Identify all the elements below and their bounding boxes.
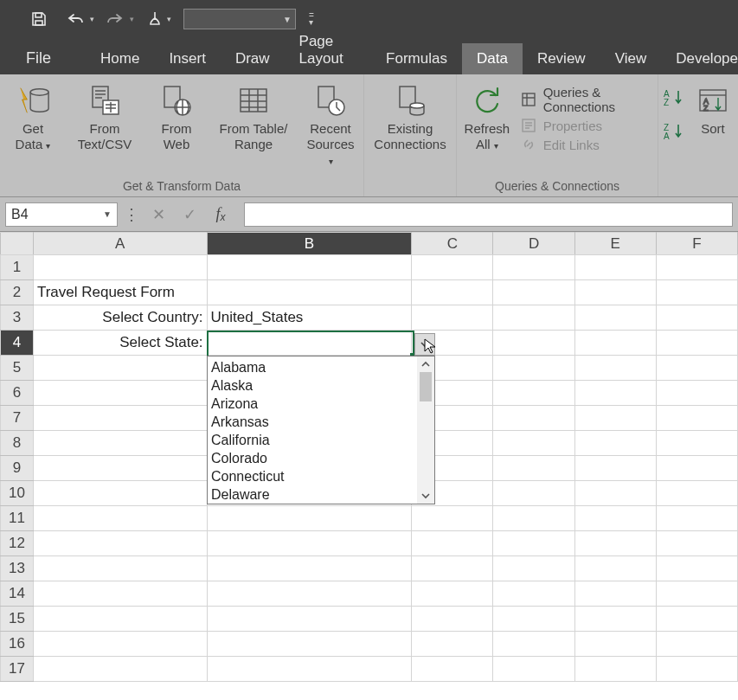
name-box-resize[interactable]: ⋮ (123, 210, 140, 219)
tab-developer[interactable]: Develope (661, 43, 738, 74)
cell-A3[interactable]: Select Country: (33, 305, 207, 331)
dropdown-item[interactable]: Alaska (211, 376, 414, 395)
scroll-down-icon[interactable] (420, 488, 431, 504)
redo-button[interactable]: ▾ (100, 4, 137, 34)
scrollbar-thumb[interactable] (420, 372, 432, 401)
cell-D6[interactable] (493, 381, 574, 406)
cell-E7[interactable] (574, 406, 656, 431)
cell-C15[interactable] (412, 607, 493, 632)
cell-F11[interactable] (656, 506, 737, 531)
cell-C17[interactable] (412, 657, 493, 682)
cell-F10[interactable] (656, 481, 737, 506)
cell-E10[interactable] (574, 481, 656, 506)
cell-F2[interactable] (656, 280, 737, 305)
scroll-up-icon[interactable] (420, 356, 431, 372)
cell-D17[interactable] (493, 657, 574, 682)
cell-F15[interactable] (656, 607, 737, 632)
cell-A14[interactable] (33, 581, 207, 607)
cell-B14[interactable] (207, 581, 412, 607)
row-header-4[interactable]: 4 (1, 331, 34, 356)
cell-E16[interactable] (574, 632, 656, 657)
existing-connections-button[interactable]: ExistingConnections (369, 80, 451, 179)
fx-button[interactable]: fx (208, 202, 234, 227)
cell-F17[interactable] (656, 657, 737, 682)
col-header-E[interactable]: E (574, 233, 656, 255)
cell-E9[interactable] (574, 456, 656, 481)
cell-D1[interactable] (493, 255, 574, 280)
cell-A9[interactable] (33, 456, 207, 481)
cell-F16[interactable] (656, 632, 737, 657)
dropdown-item[interactable]: Connecticut (211, 467, 414, 485)
cell-F8[interactable] (656, 431, 737, 456)
dropdown-item[interactable]: California (211, 431, 414, 449)
cell-E15[interactable] (574, 607, 656, 632)
cell-F3[interactable] (656, 305, 737, 331)
row-header-7[interactable]: 7 (1, 406, 34, 431)
cell-D14[interactable] (493, 581, 574, 607)
row-header-14[interactable]: 14 (1, 581, 34, 607)
cell-D13[interactable] (493, 556, 574, 581)
cell-D15[interactable] (493, 607, 574, 632)
cell-F1[interactable] (656, 255, 737, 280)
cell-F7[interactable] (656, 406, 737, 431)
cell-B12[interactable] (207, 531, 412, 556)
tab-insert[interactable]: Insert (154, 43, 221, 74)
cell-E5[interactable] (574, 356, 656, 381)
col-header-D[interactable]: D (493, 233, 574, 255)
cell-D16[interactable] (493, 632, 574, 657)
sort-button[interactable]: AZ Sort (693, 80, 733, 179)
cell-F4[interactable] (656, 331, 737, 356)
cell-C2[interactable] (412, 280, 493, 305)
cell-D11[interactable] (493, 506, 574, 531)
row-header-5[interactable]: 5 (1, 356, 34, 381)
col-header-C[interactable]: C (412, 233, 493, 255)
dropdown-item[interactable]: Colorado (211, 449, 414, 467)
name-box[interactable]: B4 ▼ (5, 202, 118, 227)
cell-E11[interactable] (574, 506, 656, 531)
cell-A13[interactable] (33, 556, 207, 581)
cell-B13[interactable] (207, 556, 412, 581)
cell-F6[interactable] (656, 381, 737, 406)
cell-C3[interactable] (412, 305, 493, 331)
cell-C11[interactable] (412, 506, 493, 531)
cell-D5[interactable] (493, 356, 574, 381)
cell-E6[interactable] (574, 381, 656, 406)
cell-A12[interactable] (33, 531, 207, 556)
dropdown-item[interactable]: Arkansas (211, 413, 414, 431)
cell-E12[interactable] (574, 531, 656, 556)
row-header-1[interactable]: 1 (1, 255, 34, 280)
undo-button[interactable]: ▾ (61, 4, 97, 34)
cell-E13[interactable] (574, 556, 656, 581)
dropdown-item[interactable]: Arizona (211, 395, 414, 413)
row-header-17[interactable]: 17 (1, 657, 34, 682)
cell-D9[interactable] (493, 456, 574, 481)
row-header-9[interactable]: 9 (1, 456, 34, 481)
cell-E8[interactable] (574, 431, 656, 456)
touch-mouse-mode-button[interactable]: ▾ (140, 4, 176, 34)
data-validation-dropdown-button[interactable] (414, 333, 435, 356)
sort-asc-icon[interactable]: AZ (664, 88, 684, 110)
cell-A7[interactable] (33, 406, 207, 431)
col-header-A[interactable]: A (33, 233, 207, 255)
get-data-button[interactable]: GetData ▾ (5, 80, 61, 179)
cell-B4[interactable] (207, 331, 412, 356)
cell-A1[interactable] (33, 255, 207, 280)
cell-F12[interactable] (656, 531, 737, 556)
cell-C1[interactable] (412, 255, 493, 280)
from-web-button[interactable]: FromWeb (149, 80, 204, 179)
queries-connections-button[interactable]: Queries & Connections (521, 85, 645, 114)
cell-B2[interactable] (207, 280, 412, 305)
cell-F13[interactable] (656, 556, 737, 581)
cell-F9[interactable] (656, 456, 737, 481)
tab-home[interactable]: Home (86, 43, 154, 74)
row-header-13[interactable]: 13 (1, 556, 34, 581)
cell-C16[interactable] (412, 632, 493, 657)
cell-A4[interactable]: Select State: (33, 331, 207, 356)
cell-A17[interactable] (33, 657, 207, 682)
qat-combo[interactable]: ▼ (183, 9, 296, 29)
row-header-15[interactable]: 15 (1, 607, 34, 632)
cell-D2[interactable] (493, 280, 574, 305)
cell-A2[interactable]: Travel Request Form (33, 280, 207, 305)
cell-D3[interactable] (493, 305, 574, 331)
from-table-range-button[interactable]: From Table/Range (213, 80, 294, 179)
